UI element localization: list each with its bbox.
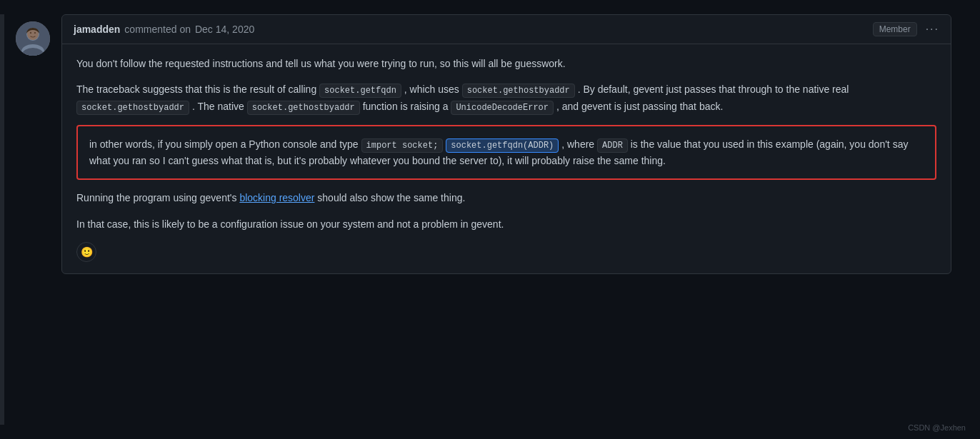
blocking-resolver-link[interactable]: blocking resolver [239, 192, 314, 203]
left-border [0, 14, 4, 425]
comment-date: Dec 14, 2020 [195, 24, 254, 35]
para2-text-5: function is raising a [363, 101, 451, 112]
code-import-socket: import socket; [361, 138, 444, 153]
comment-body: You don't follow the requested instructi… [62, 44, 951, 273]
more-options-button[interactable]: ··· [926, 23, 939, 36]
add-reaction-button[interactable]: 🙂 [76, 242, 96, 262]
watermark: CSDN @Jexhen [908, 423, 966, 432]
para2-text-6: , and gevent is just passing that back. [556, 101, 723, 112]
svg-point-4 [30, 32, 31, 34]
code-socket-gethostbyaddr-2: socket.gethostbyaddr [76, 101, 189, 115]
para2-text-4: . The native [192, 101, 247, 112]
getfqdn-args: (ADDR) [523, 141, 554, 151]
getfqdn-name: socket.getfqdn [451, 141, 523, 151]
para2-text-2: , which uses [404, 84, 462, 95]
para3-text-2: should also show the same thing. [317, 192, 465, 203]
comment-action: commented on [124, 24, 191, 35]
commenter-username[interactable]: jamadden [74, 24, 120, 35]
code-socket-gethostbyaddr-1: socket.gethostbyaddr [462, 84, 575, 98]
avatar [16, 21, 50, 56]
comment-header: jamadden commented on Dec 14, 2020 Membe… [62, 15, 951, 44]
block-text: in other words, if you simply open a Pyt… [89, 136, 924, 169]
paragraph-4: In that case, this is likely to be a con… [76, 216, 936, 232]
comment-container: jamadden commented on Dec 14, 2020 Membe… [61, 14, 951, 274]
comment-header-left: jamadden commented on Dec 14, 2020 [74, 24, 254, 35]
smiley-icon: 🙂 [81, 246, 93, 258]
paragraph-3: Running the program using gevent's block… [76, 190, 936, 206]
block-text-1: in other words, if you simply open a Pyt… [89, 138, 361, 150]
code-addr: ADDR [597, 138, 628, 153]
block-text-2: , where [561, 138, 597, 150]
code-socket-gethostbyaddr-3: socket.gethostbyaddr [247, 101, 360, 115]
code-getfqdn-call: socket.getfqdn(ADDR) [446, 138, 559, 153]
code-socket-getfqdn: socket.getfqdn [319, 84, 401, 98]
para2-text-1: The traceback suggests that this is the … [76, 84, 319, 95]
comment-header-right: Member ··· [873, 22, 939, 36]
para3-text-1: Running the program using gevent's [76, 192, 239, 203]
paragraph-1: You don't follow the requested instructi… [76, 56, 936, 71]
emoji-reaction-row: 🙂 [76, 242, 936, 262]
avatar-column [4, 14, 61, 56]
para2-text-3: . By default, gevent just passes that th… [578, 84, 849, 95]
page-wrapper: jamadden commented on Dec 14, 2020 Membe… [0, 0, 980, 439]
paragraph-2: The traceback suggests that this is the … [76, 81, 936, 114]
svg-point-5 [34, 32, 36, 34]
member-badge: Member [873, 22, 917, 36]
highlighted-block: in other words, if you simply open a Pyt… [76, 125, 936, 181]
code-unicode-decode-error: UnicodeDecodeError [451, 101, 554, 115]
